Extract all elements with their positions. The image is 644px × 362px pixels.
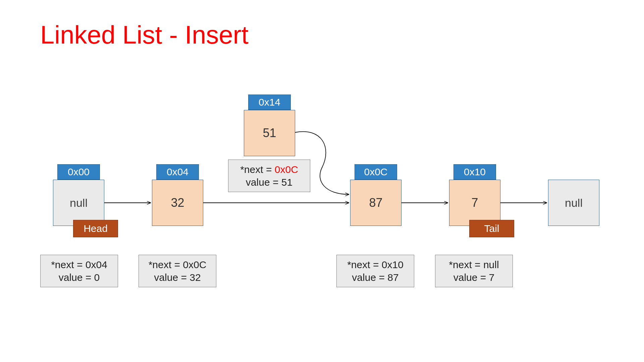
node2-info: *next = 0x10 value = 87 [336,255,414,287]
node3-info: *next = null value = 7 [435,255,513,287]
node2-info-next: *next = 0x10 [339,258,411,271]
node1-body: 32 [152,180,203,226]
insert-node-info-next: *next = 0x0C [231,163,307,176]
node2-address: 0x0C [355,164,397,180]
node0-address: 0x00 [57,164,100,180]
head-tag: Head [73,220,118,237]
node0-body: null [53,180,104,226]
insert-node-info-value: value = 51 [231,176,307,189]
tail-tag: Tail [469,220,514,237]
insert-node-address: 0x14 [248,95,291,110]
page-title: Linked List - Insert [40,20,249,49]
node3-info-next: *next = null [438,258,510,271]
terminal-null: null [548,180,599,226]
node0-info: *next = 0x04 value = 0 [40,255,118,287]
node1-info-value: value = 32 [142,271,213,284]
node0-info-value: value = 0 [43,271,115,284]
insert-node-body: 51 [244,110,295,156]
node0-info-next: *next = 0x04 [43,258,115,271]
node2-info-value: value = 87 [339,271,411,284]
node1-info-next: *next = 0x0C [142,258,213,271]
node2-body: 87 [350,180,401,226]
node3-body: 7 [449,180,500,226]
node1-address: 0x04 [156,164,199,180]
node3-info-value: value = 7 [438,271,510,284]
node1-info: *next = 0x0C value = 32 [139,255,216,287]
node3-address: 0x10 [453,164,496,180]
insert-node-info: *next = 0x0C value = 51 [228,160,310,192]
